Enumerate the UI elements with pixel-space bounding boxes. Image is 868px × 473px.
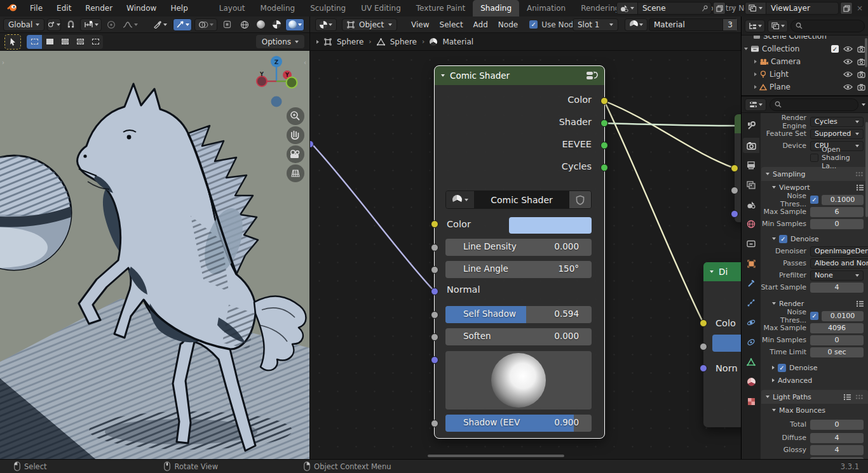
xray-toggle-icon[interactable] <box>220 18 234 31</box>
light-paths-section-header[interactable]: Light Paths <box>761 390 868 404</box>
self-shadow-slider[interactable]: Self Shadow 0.594 <box>445 306 592 323</box>
tab-output-icon[interactable] <box>743 157 759 173</box>
wireframe-shading-icon[interactable] <box>238 18 252 31</box>
viewlayer-selector[interactable]: ViewLayer <box>745 2 839 15</box>
tab-physics-icon[interactable] <box>743 315 759 330</box>
diffuse-field[interactable]: 4 <box>810 433 864 443</box>
open-shading-checkbox[interactable]: Open Shading La... <box>810 145 864 170</box>
denoise-viewport-header[interactable]: ✓ Denoise <box>761 232 868 245</box>
disclosure-icon[interactable] <box>754 72 757 76</box>
edge-node-normal-socket[interactable] <box>731 210 738 218</box>
line-angle-socket[interactable] <box>431 266 438 274</box>
transform-orientation-dropdown[interactable]: Global <box>3 18 44 31</box>
collapse-icon[interactable] <box>441 74 445 77</box>
properties-search[interactable] <box>770 98 858 111</box>
collapse-icon[interactable] <box>710 270 714 273</box>
denoise-viewport-checkbox[interactable]: ✓ <box>779 235 787 243</box>
tab-layout[interactable]: Layout <box>212 0 253 17</box>
preview-normal-socket[interactable] <box>431 356 438 364</box>
tab-tool-icon[interactable] <box>743 118 759 133</box>
denoise-render-header[interactable]: ✓ Denoise <box>761 361 868 374</box>
tab-scene-icon[interactable] <box>743 197 759 212</box>
line-density-slider[interactable]: Line Density 0.000 <box>445 239 592 256</box>
soften-socket[interactable] <box>431 333 438 341</box>
outliner-display-mode-dropdown[interactable] <box>768 20 788 32</box>
r-min-field[interactable]: 0 <box>810 335 864 345</box>
comic-shader-node-header[interactable]: Comic Shader <box>435 66 604 85</box>
line-density-socket[interactable] <box>431 244 438 251</box>
preset-menu-icon[interactable] <box>843 394 864 401</box>
total-field[interactable]: 0 <box>810 420 864 430</box>
r-noise-field[interactable]: 0.0100 <box>822 311 864 321</box>
preset-menu-icon[interactable] <box>856 184 864 191</box>
solid-shading-icon[interactable] <box>254 18 268 31</box>
line-angle-slider[interactable]: Line Angle 150° <box>445 261 592 278</box>
proportional-editing-icon[interactable] <box>104 18 118 31</box>
scene-new-button[interactable] <box>713 2 726 15</box>
collection-checkbox[interactable]: ✓ <box>831 45 839 53</box>
properties-scrollbar[interactable] <box>865 122 868 217</box>
menu-file[interactable]: File <box>23 0 50 17</box>
gizmo-toggle-dropdown[interactable] <box>173 18 192 31</box>
diffuse-node-partial[interactable]: Di Colo R Norn <box>703 262 741 427</box>
start-sample-field[interactable]: 4 <box>810 283 864 293</box>
active-tool-select-box[interactable] <box>5 35 20 49</box>
tab-sculpting[interactable]: Sculpting <box>302 0 353 17</box>
diffuse-roughness-socket[interactable] <box>700 343 707 350</box>
outliner-type-dropdown[interactable] <box>745 20 765 32</box>
diffuse-color-socket[interactable] <box>700 319 707 327</box>
color-swatch[interactable] <box>509 217 592 234</box>
vp-max-field[interactable]: 6 <box>810 207 864 217</box>
shading-preview-widget[interactable] <box>445 351 592 410</box>
viewport-3d[interactable]: Y Z Y › ‹ <box>0 51 309 459</box>
tab-render-icon[interactable] <box>743 138 759 153</box>
select-mode-difference[interactable] <box>72 35 88 49</box>
hide-eye-icon[interactable] <box>843 71 853 77</box>
menu-node[interactable]: Node <box>493 20 523 29</box>
r-noise-checkbox[interactable]: ✓ <box>810 312 818 320</box>
options-button[interactable]: Options <box>256 35 304 48</box>
render-camera-icon[interactable] <box>857 84 865 91</box>
material-browse-dropdown[interactable] <box>625 18 648 31</box>
viewlayer-remove-button[interactable]: × <box>854 0 865 17</box>
edge-node-partial[interactable] <box>735 114 741 222</box>
tab-modeling[interactable]: Modeling <box>253 0 303 17</box>
vp-noise-field[interactable]: 0.1000 <box>822 195 864 205</box>
outliner-search[interactable] <box>790 20 865 32</box>
prefilter-dropdown[interactable]: None <box>810 270 864 281</box>
soften-slider[interactable]: Soften 0.000 <box>445 328 592 345</box>
pin-icon[interactable] <box>702 5 709 12</box>
drag-grip-icon[interactable] <box>855 394 864 400</box>
outliner-row-collection[interactable]: Collection ✓ <box>742 43 868 55</box>
passes-dropdown[interactable]: Albedo and Nor... <box>810 258 868 269</box>
snap-target-dropdown[interactable] <box>80 18 102 31</box>
tab-constraints-icon[interactable] <box>743 335 759 350</box>
shadow-eevee-socket[interactable] <box>431 420 438 427</box>
shader-editor-canvas[interactable]: Comic Shader Color Shader EEVEE Cycles C… <box>309 51 741 459</box>
denoiser-dropdown[interactable]: OpenImageDen... <box>810 246 868 256</box>
breadcrumb-expand-icon[interactable] <box>316 40 319 44</box>
glossy-field[interactable]: 4 <box>810 445 864 455</box>
menu-add[interactable]: Add <box>468 20 493 29</box>
viewlayer-new-button[interactable] <box>840 2 853 15</box>
outliner-row-plane[interactable]: Plane <box>742 81 868 93</box>
eevee-output-socket[interactable] <box>600 142 608 149</box>
cycles-output-socket[interactable] <box>600 164 608 171</box>
tab-collection-icon[interactable] <box>743 236 759 251</box>
normal-input-socket[interactable] <box>431 288 438 295</box>
tab-shading[interactable]: Shading <box>473 0 519 17</box>
disclosure-icon[interactable] <box>754 85 757 89</box>
outliner-scrollbar[interactable] <box>865 38 867 67</box>
hide-eye-icon[interactable] <box>843 46 853 52</box>
editor-type-dropdown[interactable] <box>315 18 337 31</box>
color-output-socket[interactable] <box>600 97 608 105</box>
menu-render[interactable]: Render <box>78 0 119 17</box>
feature-set-dropdown[interactable]: Supported <box>810 129 864 139</box>
menu-edit[interactable]: Edit <box>50 0 78 17</box>
menu-view[interactable]: View <box>406 20 434 29</box>
disclosure-icon[interactable] <box>754 60 757 63</box>
outliner-row-partial[interactable] <box>742 93 868 94</box>
menu-select[interactable]: Select <box>435 20 468 29</box>
annotate-eyedropper-dropdown[interactable] <box>150 18 170 31</box>
material-browse-button[interactable] <box>446 191 474 208</box>
